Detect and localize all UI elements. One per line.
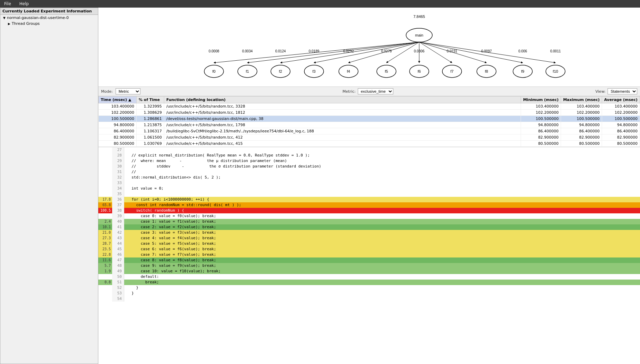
code-heat-value: 100.5 xyxy=(98,208,112,213)
cell-pct: 1.061500 xyxy=(137,134,164,141)
code-content: case 7: value = f7(value); break; xyxy=(124,252,640,257)
code-heat-value: 11.6 xyxy=(98,257,112,263)
code-heat-value xyxy=(98,291,112,296)
cell-time: 100.500000 xyxy=(99,116,137,122)
code-content: // stddev - the σ distribution parameter… xyxy=(124,164,640,169)
code-content: } xyxy=(124,291,640,296)
code-content: break; xyxy=(124,280,640,285)
cell-max: 80.500000 xyxy=(561,141,602,147)
code-lineno: 44 xyxy=(112,241,124,246)
col-header-func[interactable]: Function (defining location) xyxy=(164,97,521,103)
table-row[interactable]: 82.900000 1.061500 /usr/include/c++/5/bi… xyxy=(99,134,640,141)
code-line: 23.5 45 case 6: value = f6(value); break… xyxy=(98,246,640,252)
table-row[interactable]: 103.400000 1.323995 /usr/include/c++/5/b… xyxy=(99,103,640,110)
cell-time: 102.200000 xyxy=(99,110,137,116)
code-heat-value: 1.9 xyxy=(98,269,112,274)
code-heat-value xyxy=(98,213,112,219)
code-lineno: 28 xyxy=(112,153,124,158)
cell-avg: 80.500000 xyxy=(602,141,640,147)
cell-max: 86.400000 xyxy=(561,128,602,134)
mode-select[interactable]: Metric Timeline xyxy=(116,88,140,94)
cell-func: /devel/oss-tests/normal-gaussian-dist/ma… xyxy=(164,116,521,122)
left-panel-title: Currently Loaded Experiment Information xyxy=(0,8,98,15)
code-content: case 3: value = f3(value); break; xyxy=(124,230,640,235)
code-line: 65.8 37 const int randomNum = std::round… xyxy=(98,202,640,208)
code-content: case 6: value = f6(value); break; xyxy=(124,246,640,252)
code-line: 34 int value = 0; xyxy=(98,186,640,191)
cell-time: 82.900000 xyxy=(99,134,137,141)
code-lineno: 42 xyxy=(112,230,124,235)
code-heat-value xyxy=(98,274,112,280)
menu-file[interactable]: File xyxy=(3,1,12,7)
code-heat-value: 28.7 xyxy=(98,241,112,246)
code-lineno: 50 xyxy=(112,274,124,280)
code-heat-value: 5.7 xyxy=(98,263,112,269)
code-heat-value: 22.8 xyxy=(98,252,112,257)
cell-min: 82.900000 xyxy=(521,134,561,141)
svg-line-18 xyxy=(348,42,419,63)
svg-text:f4: f4 xyxy=(347,69,350,73)
code-lineno: 29 xyxy=(112,158,124,164)
code-heat-value: 65.8 xyxy=(98,202,112,208)
code-lineno: 38 xyxy=(112,208,124,213)
code-content: case 1: value = f1(value); break; xyxy=(124,219,640,224)
cell-max: 94.800000 xyxy=(561,122,602,128)
code-content: case 0: value = f0(value); break; xyxy=(124,213,640,219)
col-header-min[interactable]: Minimum (msec) xyxy=(521,97,561,103)
col-header-time[interactable]: Time (msec) ▲ xyxy=(99,97,137,103)
code-lineno: 53 xyxy=(112,291,124,296)
table-row[interactable]: 94.800000 1.213875 /usr/include/c++/5/bi… xyxy=(99,122,640,128)
cell-pct: 1.323995 xyxy=(137,103,164,110)
cell-func: /usr/include/c++/5/bits/random.tcc, 1812 xyxy=(164,110,521,116)
code-heat-value xyxy=(98,153,112,158)
table-row[interactable]: 80.500000 1.030769 /usr/include/c++/5/bi… xyxy=(99,141,640,147)
col-header-avg[interactable]: Average (msec) xyxy=(602,97,640,103)
cell-min: 94.800000 xyxy=(521,122,561,128)
tree-item-experiment[interactable]: ▼ normal-gaussian-dist-usertime-0 xyxy=(0,15,98,21)
code-lineno: 51 xyxy=(112,280,124,285)
svg-text:0.0231: 0.0231 xyxy=(447,49,457,53)
code-heat-value: 10.1 xyxy=(98,224,112,230)
code-content: int value = 0; xyxy=(124,186,640,191)
code-line: 21.0 42 case 3: value = f3(value); break… xyxy=(98,230,640,235)
svg-line-23 xyxy=(419,42,523,63)
code-heat-value: 23.5 xyxy=(98,246,112,252)
graph-area[interactable]: 7.8465 main 0.0008 0.0034 0.0124 0.0189 … xyxy=(98,8,640,87)
code-line: 22.8 46 case 7: value = f7(value); break… xyxy=(98,252,640,257)
menu-help[interactable]: Help xyxy=(18,1,30,7)
cell-avg: 82.900000 xyxy=(602,134,640,141)
code-heat-value xyxy=(98,164,112,169)
code-content xyxy=(124,147,640,153)
col-header-max[interactable]: Maximum (msec) xyxy=(561,97,602,103)
code-content: switch( randomNum ) { xyxy=(124,208,640,213)
tree-item-threadgroups[interactable]: ▶ Thread Groups xyxy=(0,21,98,27)
table-row[interactable]: 100.500000 1.286861 /devel/oss-tests/nor… xyxy=(99,116,640,122)
view-select[interactable]: Statements Functions xyxy=(608,88,637,94)
svg-line-17 xyxy=(314,42,419,63)
table-row[interactable]: 102.200000 1.308629 /usr/include/c++/5/b… xyxy=(99,110,640,116)
code-content: case 9: value = f9(value); break; xyxy=(124,263,640,269)
cell-func: /usr/include/c++/5/bits/random.tcc, 1798 xyxy=(164,122,521,128)
code-heat-value: 0.8 xyxy=(98,280,112,285)
table-row[interactable]: 86.400000 1.106317 /build/eglibc-SvCtMH/… xyxy=(99,128,640,134)
code-line: 29 // where: mean - the μ distribution p… xyxy=(98,158,640,164)
tree-arrow-threadgroups: ▶ xyxy=(8,22,10,26)
cell-pct: 1.030769 xyxy=(137,141,164,147)
code-line: 50 default: xyxy=(98,274,640,280)
code-area[interactable]: 27 28 // explicit normal_distribution( R… xyxy=(98,147,640,364)
cell-avg: 94.800000 xyxy=(602,122,640,128)
svg-text:f7: f7 xyxy=(450,69,453,73)
left-panel: Currently Loaded Experiment Information … xyxy=(0,8,98,364)
col-header-pct[interactable]: % of Time xyxy=(137,97,164,103)
code-heat-value: 27.3 xyxy=(98,235,112,241)
code-line: 33 xyxy=(98,180,640,186)
code-content: case 4: value = f4(value); break; xyxy=(124,235,640,241)
code-content: case 10: value = f10(value); break; xyxy=(124,269,640,274)
code-lineno: 32 xyxy=(112,175,124,180)
code-line: 27.3 43 case 4: value = f4(value); break… xyxy=(98,235,640,241)
code-lineno: 37 xyxy=(112,202,124,208)
cell-min: 100.500000 xyxy=(521,116,561,122)
code-lineno: 36 xyxy=(112,197,124,202)
metric-select[interactable]: exclusive_time inclusive_time xyxy=(358,88,393,94)
code-lineno: 47 xyxy=(112,257,124,263)
